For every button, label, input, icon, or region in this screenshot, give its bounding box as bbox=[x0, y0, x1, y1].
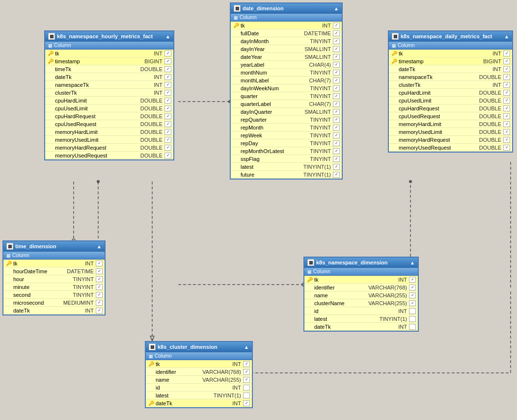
table-row: yearLabel CHAR(4) bbox=[231, 61, 342, 69]
table-rows: 🔑 tk INT fullDate DATETIME dayInMonth TI… bbox=[231, 22, 342, 179]
table-date-dimension: ▦ date_dimension ▲ ▦ Column 🔑 tk INT ful… bbox=[230, 2, 343, 180]
table-row: repWeek TINYINT bbox=[231, 131, 342, 139]
collapse-icon[interactable]: ▲ bbox=[410, 260, 415, 265]
table-row: name VARCHAR(255) bbox=[304, 291, 418, 299]
table-row: dateTk INT bbox=[45, 73, 173, 81]
table-title: time_dimension bbox=[15, 243, 56, 249]
check-box bbox=[333, 140, 340, 146]
table-row: cpuHardRequest DOUBLE bbox=[45, 112, 173, 120]
table-row: 🔑 tk INT bbox=[304, 276, 418, 284]
table-row: future TINYINT(1) bbox=[231, 171, 342, 179]
check-box bbox=[333, 23, 340, 28]
check-box bbox=[333, 85, 340, 91]
table-hourly-metrics-fact: ▦ k8s_namespace_hourly_metrics_fact ▲ ▦ … bbox=[44, 30, 174, 160]
table-icon: ▦ bbox=[6, 243, 13, 250]
table-header-hourly[interactable]: ▦ k8s_namespace_hourly_metrics_fact ▲ bbox=[45, 31, 173, 41]
collapse-icon[interactable]: ▲ bbox=[244, 344, 249, 350]
table-row: memoryUsedRequest DOUBLE bbox=[389, 144, 512, 152]
table-row: repDay TINYINT bbox=[231, 139, 342, 147]
grid-icon: ▦ bbox=[6, 253, 11, 258]
table-row: hourDateTime DATETIME bbox=[3, 267, 105, 275]
collapse-icon[interactable]: ▲ bbox=[97, 244, 102, 249]
table-row: hour TINYINT bbox=[3, 275, 105, 283]
svg-marker-13 bbox=[150, 336, 154, 341]
table-row: 🔑 timestamp BIGINT bbox=[389, 57, 512, 65]
table-row: namespaceTk DOUBLE bbox=[389, 73, 512, 81]
table-row: timeTk DOUBLE bbox=[45, 65, 173, 73]
check-box bbox=[333, 132, 340, 138]
table-row: 🔑 tk INT bbox=[231, 22, 342, 29]
table-icon: ▦ bbox=[307, 259, 314, 266]
table-row: 🔑 tk INT bbox=[389, 50, 512, 57]
table-row: dayInQuarter SMALLINT bbox=[231, 108, 342, 116]
table-icon: ▦ bbox=[234, 5, 241, 12]
table-row: cpuUsedLimit DOUBLE bbox=[45, 105, 173, 112]
table-icon: ▦ bbox=[392, 33, 399, 40]
table-row: memoryHardLimit DOUBLE bbox=[45, 128, 173, 136]
table-cluster-dimension: ▦ k8s_cluster_dimension ▲ ▦ Column 🔑 tk … bbox=[145, 341, 253, 408]
table-row: memoryUsedLimit DOUBLE bbox=[389, 128, 512, 136]
table-header-time[interactable]: ▦ time_dimension ▲ bbox=[3, 241, 105, 251]
table-row: namespaceTk INT bbox=[45, 81, 173, 89]
table-rows: 🔑 tk INT identifier VARCHAR(768) name VA… bbox=[146, 360, 252, 407]
table-rows: 🔑 tk INT hourDateTime DATETIME hour TINY… bbox=[3, 260, 105, 315]
table-icon: ▦ bbox=[48, 33, 55, 40]
table-row: sspFlag TINYINT bbox=[231, 155, 342, 163]
table-row: identifier VARCHAR(768) bbox=[304, 284, 418, 291]
column-subheader: ▦ Column bbox=[45, 41, 173, 50]
table-rows: 🔑 tk INT 🔑 timestamp BIGINT timeTk DOUBL… bbox=[45, 50, 173, 159]
table-row: memoryHardRequest DOUBLE bbox=[45, 144, 173, 152]
check-box bbox=[333, 38, 340, 44]
collapse-icon[interactable]: ▲ bbox=[165, 34, 170, 39]
table-title: date_dimension bbox=[243, 5, 284, 11]
table-row: identifier VARCHAR(768) bbox=[146, 368, 252, 376]
collapse-icon[interactable]: ▲ bbox=[334, 6, 339, 11]
table-row: dateYear SMALLINT bbox=[231, 53, 342, 61]
table-row: 🔑 tk INT bbox=[3, 260, 105, 267]
check-box bbox=[333, 101, 340, 107]
table-header-namespace[interactable]: ▦ k8s_namespace_dimension ▲ bbox=[304, 258, 418, 267]
table-row: cpuHardLimit DOUBLE bbox=[45, 97, 173, 105]
table-row: clusterTk INT bbox=[45, 89, 173, 97]
grid-icon: ▦ bbox=[307, 269, 312, 274]
table-header-daily[interactable]: ▦ k8s_namespace_daily_metrics_fact ▲ bbox=[389, 31, 512, 41]
check-box bbox=[333, 156, 340, 162]
table-title: k8s_namespace_daily_metrics_fact bbox=[401, 33, 492, 39]
table-header-cluster[interactable]: ▦ k8s_cluster_dimension ▲ bbox=[146, 342, 252, 352]
table-time-dimension: ▦ time_dimension ▲ ▦ Column 🔑 tk INT hou… bbox=[2, 240, 106, 315]
table-row: name VARCHAR(255) bbox=[146, 376, 252, 384]
table-row: dayInYear SMALLINT bbox=[231, 45, 342, 53]
table-row: repMonth TINYINT bbox=[231, 124, 342, 131]
table-row: monthNum TINYINT bbox=[231, 69, 342, 77]
table-row: cpuUsedRequest DOUBLE bbox=[389, 112, 512, 120]
table-title: k8s_namespace_hourly_metrics_fact bbox=[57, 33, 153, 39]
table-row: dayInWeekNum TINYINT bbox=[231, 84, 342, 92]
table-row: dateTk INT bbox=[389, 65, 512, 73]
column-subheader: ▦ Column bbox=[304, 267, 418, 276]
grid-icon: ▦ bbox=[149, 354, 153, 359]
column-subheader: ▦ Column bbox=[231, 13, 342, 22]
table-row: cpuHardLimit DOUBLE bbox=[389, 89, 512, 97]
grid-icon: ▦ bbox=[392, 43, 396, 48]
column-subheader: ▦ Column bbox=[146, 352, 252, 360]
table-row: memoryHardLimit DOUBLE bbox=[389, 120, 512, 128]
key-icon: 🔑 bbox=[233, 23, 240, 28]
grid-icon: ▦ bbox=[48, 43, 53, 48]
collapse-icon[interactable]: ▲ bbox=[504, 34, 509, 39]
table-row: monthLabel CHAR(7) bbox=[231, 77, 342, 84]
table-namespace-dimension: ▦ k8s_namespace_dimension ▲ ▦ Column 🔑 t… bbox=[303, 257, 419, 332]
table-row: minute TINYINT bbox=[3, 283, 105, 291]
table-row: memoryHardRequest DOUBLE bbox=[389, 136, 512, 144]
check-box bbox=[333, 117, 340, 123]
table-row: microsecond MEDIUMINT bbox=[3, 299, 105, 307]
check-box bbox=[333, 62, 340, 68]
table-header-date-dimension[interactable]: ▦ date_dimension ▲ bbox=[231, 3, 342, 13]
check-box bbox=[333, 148, 340, 154]
table-row: cpuUsedLimit DOUBLE bbox=[389, 97, 512, 105]
table-row: repMonthOrLatest TINYINT bbox=[231, 147, 342, 155]
table-row: cpuUsedRequest DOUBLE bbox=[45, 120, 173, 128]
check-box bbox=[333, 30, 340, 36]
check-box bbox=[333, 78, 340, 83]
table-row: latest TINYINT(1) bbox=[231, 163, 342, 171]
table-row: second TINYINT bbox=[3, 291, 105, 299]
